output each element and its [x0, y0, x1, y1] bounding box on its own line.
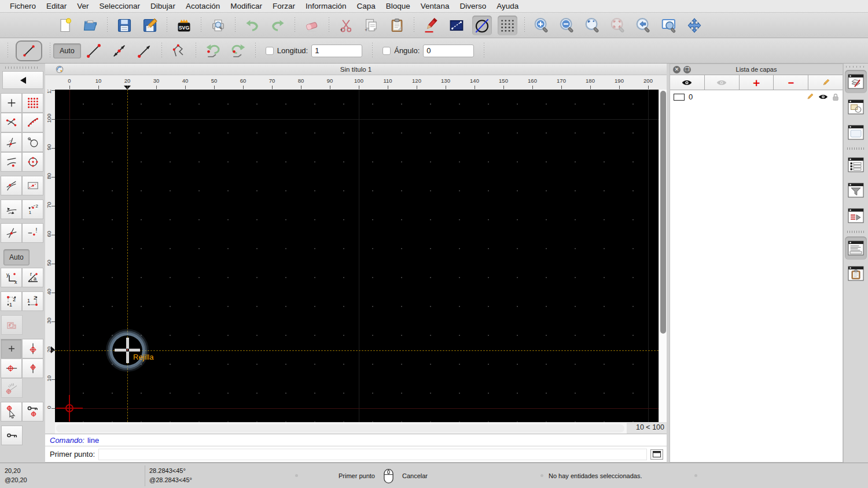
- crosshair-small-button[interactable]: [22, 358, 43, 378]
- save-button[interactable]: [115, 16, 134, 35]
- menu-fichero[interactable]: Fichero: [5, 2, 41, 10]
- snap-free-button[interactable]: [1, 93, 22, 113]
- menu-acotacion[interactable]: Acotación: [181, 2, 225, 10]
- polyline-button[interactable]: [169, 41, 189, 61]
- drawing-canvas[interactable]: Rejilla: [55, 90, 659, 422]
- menu-dibujar[interactable]: Dibujar: [145, 2, 181, 10]
- layer-lock-icon[interactable]: [832, 93, 839, 101]
- relative-coordinates-button[interactable]: 12: [1, 291, 22, 311]
- angle-checkbox[interactable]: [382, 47, 391, 55]
- zoom-selection-button[interactable]: [608, 16, 628, 35]
- length-checkbox[interactable]: [266, 47, 274, 55]
- erase-button[interactable]: [302, 16, 322, 35]
- grid-toggle-button[interactable]: [498, 16, 517, 35]
- snap-intersection-button[interactable]: [1, 223, 22, 243]
- add-layer-button[interactable]: ＋: [740, 75, 774, 90]
- block-list-dock-button[interactable]: [845, 95, 867, 119]
- snap-middle-button[interactable]: [22, 152, 43, 172]
- menu-editar[interactable]: Editar: [41, 2, 72, 10]
- zoom-in-button[interactable]: [532, 16, 551, 35]
- edit-layer-button[interactable]: [808, 75, 843, 90]
- cut-button[interactable]: +: [336, 16, 356, 35]
- menu-forzar[interactable]: Forzar: [267, 2, 300, 10]
- remove-layer-button[interactable]: －: [774, 75, 808, 90]
- copy-button[interactable]: +: [362, 16, 381, 35]
- lock-relative-zero-button[interactable]: [22, 402, 43, 422]
- layer-list-dock-button[interactable]: [845, 70, 867, 93]
- coordinates-polar-button[interactable]: ra: [22, 268, 43, 287]
- draft-mode-button[interactable]: [472, 16, 492, 35]
- restrict-rectangle-button[interactable]: [22, 176, 43, 195]
- snap-endpoint-button[interactable]: [1, 113, 22, 132]
- vertical-scrollbar-thumb[interactable]: [660, 91, 666, 334]
- toolbar-drag-handle[interactable]: [50, 43, 50, 59]
- menu-seleccionar[interactable]: Seleccionar: [94, 2, 146, 10]
- command-window-toggle-button[interactable]: [650, 449, 663, 460]
- crosshair-horizontal-button[interactable]: [1, 358, 22, 378]
- grid-cursor-plus-button[interactable]: [1, 339, 22, 358]
- layer-visibility-icon[interactable]: [818, 94, 828, 100]
- absolute-coordinates-button[interactable]: 12: [22, 291, 43, 311]
- line-tool-active-button[interactable]: [16, 40, 42, 61]
- export-svg-button[interactable]: SVG: [174, 16, 194, 35]
- horizontal-scrollbar[interactable]: [55, 422, 627, 434]
- vertical-scrollbar[interactable]: [659, 90, 667, 422]
- snap-tangent-button[interactable]: [1, 176, 22, 195]
- angle-input[interactable]: [423, 45, 474, 57]
- snap-intersection-manual-button[interactable]: !: [22, 223, 43, 243]
- selection-filter-dock-button[interactable]: [845, 179, 867, 202]
- select-window-button[interactable]: [447, 16, 466, 35]
- hide-all-layers-button[interactable]: [705, 75, 740, 90]
- paste-button[interactable]: [387, 16, 407, 35]
- print-preview-button[interactable]: [208, 16, 228, 35]
- snap-selected-entity-button[interactable]: [1, 402, 22, 422]
- menu-ayuda[interactable]: Ayuda: [491, 2, 524, 10]
- menu-informacion[interactable]: Información: [300, 2, 352, 10]
- show-all-layers-button[interactable]: [670, 75, 705, 90]
- toolbar-drag-handle[interactable]: [5, 66, 40, 69]
- command-options-dock-button[interactable]: [845, 204, 867, 227]
- library-browser-dock-button[interactable]: [845, 121, 867, 144]
- command-input[interactable]: [98, 449, 647, 460]
- line-two-points-button[interactable]: [84, 41, 104, 61]
- menu-bloque[interactable]: Bloque: [381, 2, 415, 10]
- save-as-button[interactable]: [140, 16, 160, 35]
- crosshair-vertical-button[interactable]: [22, 339, 43, 358]
- menu-diverso[interactable]: Diverso: [454, 2, 491, 10]
- folder-open-button[interactable]: [80, 16, 100, 35]
- line-horizontal-button[interactable]: [135, 41, 155, 61]
- horizontal-scrollbar-thumb[interactable]: [56, 424, 624, 432]
- pan-button[interactable]: [685, 16, 704, 35]
- layer-color-swatch[interactable]: [674, 94, 685, 101]
- restrict-orthogonal-button[interactable]: [1, 199, 22, 219]
- redo-segment-button[interactable]: [229, 41, 248, 61]
- document-new-button[interactable]: [55, 16, 75, 35]
- zoom-previous-button[interactable]: [634, 16, 653, 35]
- close-icon[interactable]: ✕: [673, 66, 681, 73]
- zoom-window-button[interactable]: [659, 16, 679, 35]
- menu-ver[interactable]: Ver: [72, 2, 94, 10]
- zoom-out-button[interactable]: [557, 16, 577, 35]
- toolbar-drag-handle[interactable]: [846, 66, 866, 68]
- snap-entity-button[interactable]: [22, 113, 43, 132]
- snap-perpendicular-button[interactable]: [1, 132, 22, 152]
- menu-modificar[interactable]: Modificar: [225, 2, 267, 10]
- back-button[interactable]: [2, 71, 43, 89]
- undo-button[interactable]: [242, 16, 262, 35]
- line-mode-auto-button[interactable]: Auto: [53, 43, 81, 58]
- coordinates-cartesian-button[interactable]: yx: [1, 268, 22, 287]
- snap-auto-button[interactable]: Auto: [3, 249, 30, 265]
- zoom-auto-button[interactable]: [583, 16, 602, 35]
- menu-capa[interactable]: Capa: [352, 2, 381, 10]
- snap-grid-button[interactable]: [22, 93, 43, 113]
- angle-gauge-button[interactable]: [1, 378, 23, 398]
- relative-zero-key-button[interactable]: [1, 426, 23, 445]
- snap-restriction-info-button[interactable]: [1, 315, 23, 335]
- toolbar-drag-handle[interactable]: [8, 43, 8, 59]
- layer-edit-icon[interactable]: [806, 93, 814, 101]
- entity-list-dock-button[interactable]: [845, 153, 867, 176]
- length-input[interactable]: [311, 45, 362, 57]
- draw-pen-button[interactable]: [421, 16, 441, 35]
- snap-distance-button[interactable]: [1, 152, 22, 172]
- redo-button[interactable]: [268, 16, 288, 35]
